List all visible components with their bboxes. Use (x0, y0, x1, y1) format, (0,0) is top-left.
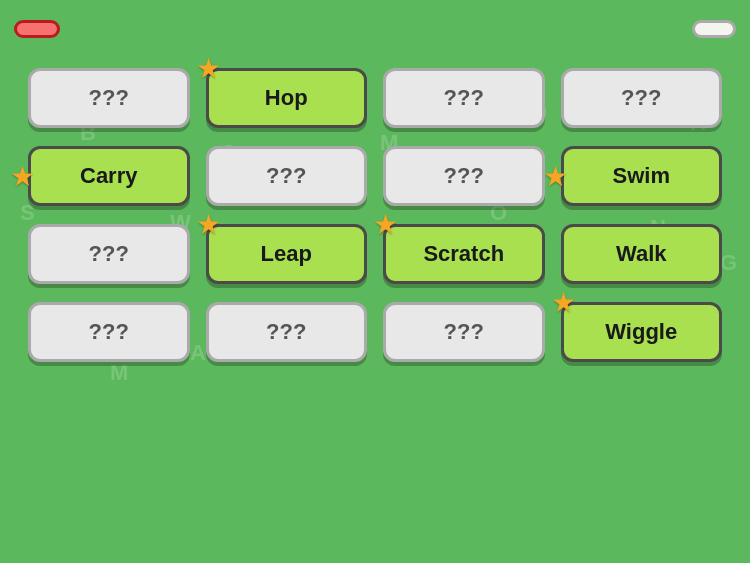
grid-cell-0-3: ??? (561, 68, 723, 128)
title-badge (14, 20, 60, 38)
word-button-unknown??[interactable]: ??? (206, 302, 368, 362)
word-button-unknown??[interactable]: ??? (383, 146, 545, 206)
word-button-hop[interactable]: Hop (206, 68, 368, 128)
grid-cell-2-0: ??? (28, 224, 190, 284)
word-button-carry[interactable]: Carry (28, 146, 190, 206)
star-icon: ★ (196, 52, 221, 85)
word-button-leap[interactable]: Leap (206, 224, 368, 284)
word-button-unknown??[interactable]: ??? (561, 68, 723, 128)
grid-cell-2-1: ★Leap (206, 224, 368, 284)
star-icon: ★ (196, 208, 221, 241)
grid-cell-2-2: ★Scratch (383, 224, 545, 284)
word-button-unknown??[interactable]: ??? (28, 68, 190, 128)
star-icon: ★ (10, 160, 35, 193)
grid-cell-0-0: ??? (28, 68, 190, 128)
word-button-walk[interactable]: Walk (561, 224, 723, 284)
grid-cell-3-3: ★Wiggle (561, 302, 723, 362)
grid-cell-1-1: ??? (206, 146, 368, 206)
grid-cell-3-2: ??? (383, 302, 545, 362)
star-icon: ★ (551, 286, 576, 319)
grid-cell-3-1: ??? (206, 302, 368, 362)
word-button-swim[interactable]: Swim (561, 146, 723, 206)
header (0, 0, 750, 58)
word-button-unknown??[interactable]: ??? (206, 146, 368, 206)
word-button-scratch[interactable]: Scratch (383, 224, 545, 284)
grid-cell-2-3: Walk (561, 224, 723, 284)
grid-cell-1-3: ★Swim (561, 146, 723, 206)
grid-cell-0-2: ??? (383, 68, 545, 128)
star-icon: ★ (373, 208, 398, 241)
grid-cell-1-0: ★Carry (28, 146, 190, 206)
star-icon: ★ (543, 160, 568, 193)
word-button-unknown??[interactable]: ??? (383, 68, 545, 128)
word-button-unknown??[interactable]: ??? (28, 302, 190, 362)
word-button-unknown??[interactable]: ??? (28, 224, 190, 284)
word-button-unknown??[interactable]: ??? (383, 302, 545, 362)
grid-cell-1-2: ??? (383, 146, 545, 206)
grid-cell-0-1: ★Hop (206, 68, 368, 128)
options-button[interactable] (692, 20, 736, 38)
word-button-wiggle[interactable]: Wiggle (561, 302, 723, 362)
word-grid: ???★Hop??????★Carry??????★Swim???★Leap★S… (0, 58, 750, 382)
grid-cell-3-0: ??? (28, 302, 190, 362)
